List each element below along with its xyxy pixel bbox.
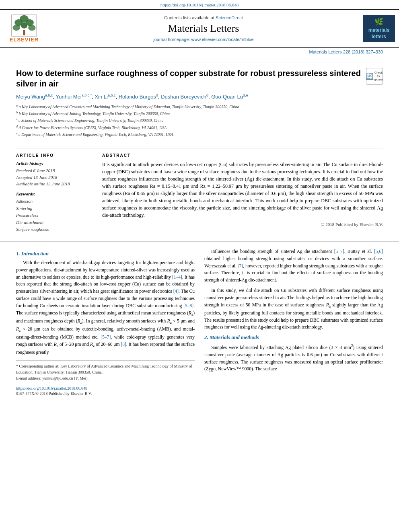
section1-heading: 1. Introduction: [16, 251, 195, 257]
affil-a: a a Key Laboratory of Advanced Ceramics …: [16, 103, 383, 110]
article-title: How to determine surface roughness of co…: [16, 68, 361, 89]
affil-d: d d Center for Power Electronics Systems…: [16, 124, 383, 131]
article-content: How to determine surface roughness of co…: [0, 55, 399, 241]
svg-point-3: [13, 25, 20, 31]
footnote-block: * Corresponding author at: Key Laborator…: [16, 360, 195, 381]
author-xin: Xin Li: [95, 94, 108, 100]
received-date: Received 6 June 2018: [16, 167, 93, 174]
keyword-2: Sintering: [16, 205, 93, 212]
body-col1-para1: With the development of wide-band-gap de…: [16, 259, 195, 356]
main-body: 1. Introduction With the development of …: [0, 241, 399, 403]
copyright-line: © 2018 Published by Elsevier B.V.: [102, 222, 383, 227]
affil-c: c c School of Materials Science and Engi…: [16, 117, 383, 124]
author-yunhui: Yunhui Mei: [56, 94, 81, 100]
abstract-label: ABSTRACT: [102, 153, 383, 158]
keywords-label: Keywords:: [16, 191, 93, 196]
authors-line: Meiyu Wanga,b,c, Yunhui Meia,b,c,*, Xin …: [16, 93, 383, 101]
body-col2-para2: In this study, we did die-attach on Cu s…: [204, 287, 383, 331]
footer-doi-link: https://doi.org/10.1016/j.matlet.2018.06…: [16, 386, 195, 390]
body-col2-para1: influences the bonding strength of sinte…: [204, 248, 383, 284]
footer-dois: https://doi.org/10.1016/j.matlet.2018.06…: [16, 386, 195, 396]
elsevier-name-label: ELSEVIER: [10, 37, 39, 43]
article-history-label: Article history:: [16, 161, 93, 166]
check-updates-badge: 🔄 Check for updates: [366, 68, 383, 85]
keyword-3: Pressureless: [16, 212, 93, 219]
affil-e: e e Department of Materials Science and …: [16, 131, 383, 138]
svg-point-5: [21, 23, 28, 29]
footnote-email: E-mail address: yunhui@tju.edu.cn (Y. Me…: [16, 375, 195, 381]
keyword-4: Die-attachment: [16, 219, 93, 226]
body-col-left: 1. Introduction With the development of …: [16, 248, 195, 396]
journal-header: ELSEVIER Contents lists available at Sci…: [0, 9, 399, 48]
article-info-abstract: ARTICLE INFO Article history: Received 6…: [16, 148, 383, 233]
body-two-col: 1. Introduction With the development of …: [16, 248, 383, 396]
author-rolando: Rolando Burgos: [119, 94, 156, 100]
author-dushan: Dushan Boroyevich: [161, 94, 206, 100]
article-info-label: ARTICLE INFO: [16, 153, 93, 158]
journal-logo-right: 🌿 materials letters: [359, 13, 399, 44]
footnote-star: * Corresponding author at: Key Laborator…: [16, 363, 195, 375]
citation-line: Materials Letters 228 (2018) 327–330: [0, 48, 399, 55]
ml-journal-badge: 🌿 materials letters: [363, 15, 395, 43]
abstract-col: ABSTRACT It is significant to attach pow…: [102, 153, 383, 233]
article-title-section: How to determine surface roughness of co…: [16, 62, 383, 89]
footer-issn: 0167-577X/© 2018 Published by Elsevier B…: [16, 390, 195, 396]
elsevier-logo: ELSEVIER: [10, 14, 39, 43]
doi-bar: https://doi.org/10.1016/j.matlet.2018.06…: [0, 0, 399, 9]
accepted-date: Accepted 13 June 2018: [16, 174, 93, 181]
body-col2-para3: Samples were fabricated by attaching Ag-…: [204, 343, 383, 373]
sciencedirect-line: Contents lists available at ScienceDirec…: [164, 14, 243, 21]
svg-rect-6: [23, 30, 25, 35]
author-guoquan: Guo-Quan Lu: [211, 94, 243, 100]
keyword-5: Surface roughness: [16, 226, 93, 233]
available-date: Available online 13 June 2018: [16, 181, 93, 187]
svg-point-4: [28, 25, 35, 31]
body-col-right: influences the bonding strength of sinte…: [204, 248, 383, 396]
homepage-line: journal homepage: www.elsevier.com/locat…: [153, 36, 253, 43]
journal-title: Materials Letters: [168, 23, 239, 35]
section2-heading: 2. Materials and methods: [204, 334, 383, 341]
abstract-text: It is significant to attach power device…: [102, 161, 383, 219]
affiliations: a a Key Laboratory of Advanced Ceramics …: [16, 103, 383, 144]
affil-b: b b Key Laboratory of Advanced Joining T…: [16, 110, 383, 117]
elsevier-logo-section: ELSEVIER: [0, 13, 48, 44]
elsevier-tree-icon: [10, 14, 38, 37]
author-meiyu: Meiyu Wang: [16, 94, 45, 100]
doi-text: https://doi.org/10.1016/j.matlet.2018.06…: [160, 2, 239, 7]
article-info-col: ARTICLE INFO Article history: Received 6…: [16, 153, 93, 233]
journal-center-info: Contents lists available at ScienceDirec…: [48, 13, 359, 44]
keyword-1: Adhesion: [16, 198, 93, 205]
